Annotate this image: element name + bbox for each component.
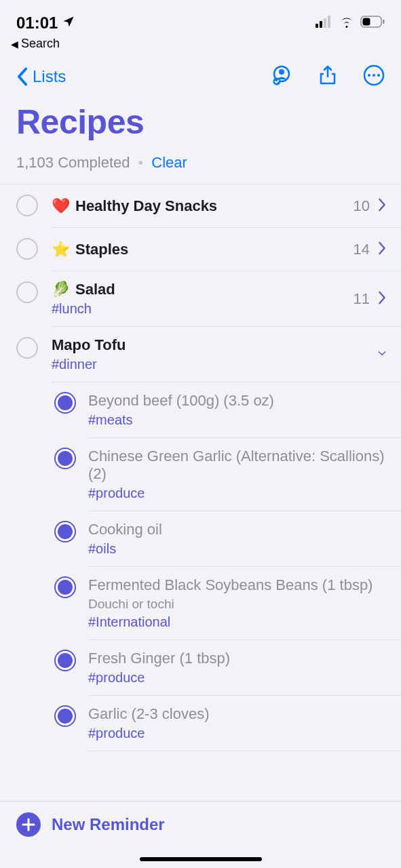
list-subitem[interactable]: Garlic (2-3 cloves) #produce <box>0 696 401 751</box>
wifi-icon <box>339 16 355 31</box>
subitem-title: Garlic (2-3 cloves) <box>88 705 386 723</box>
item-count: 11 <box>354 290 370 308</box>
subitem-note: Douchi or tochi <box>88 597 386 612</box>
breadcrumb[interactable]: ◀ Search <box>0 37 401 55</box>
list-item[interactable]: ⭐ Staples 14 <box>0 228 401 271</box>
status-time: 01:01 <box>16 14 58 33</box>
plus-icon <box>16 812 41 837</box>
svg-rect-1 <box>320 21 322 28</box>
list-subitem[interactable]: Fresh Ginger (1 tbsp) #produce <box>0 640 401 696</box>
checkbox[interactable] <box>16 337 38 359</box>
subitem-title: Chinese Green Garlic (Alternative: Scall… <box>88 448 386 483</box>
breadcrumb-label: Search <box>21 37 60 51</box>
svg-rect-5 <box>363 18 370 26</box>
item-tag[interactable]: #dinner <box>52 357 370 372</box>
clear-button[interactable]: Clear <box>151 154 187 172</box>
list-item-expanded[interactable]: Mapo Tofu #dinner <box>0 327 401 382</box>
chevron-right-icon[interactable] <box>378 291 386 307</box>
assign-icon[interactable] <box>271 64 292 89</box>
item-emoji: ❤️ <box>52 197 70 215</box>
checkbox-checked[interactable] <box>54 576 76 598</box>
subitem-tag[interactable]: #International <box>88 614 386 630</box>
item-title: Healthy Day Snacks <box>75 197 217 215</box>
chevron-right-icon[interactable] <box>378 241 386 258</box>
more-icon[interactable] <box>363 64 385 89</box>
item-count: 10 <box>354 197 370 215</box>
subitem-tag[interactable]: #produce <box>88 486 386 501</box>
battery-icon <box>360 16 385 31</box>
completed-row: 1,103 Completed • Clear <box>0 154 401 184</box>
subitem-tag[interactable]: #oils <box>88 541 386 557</box>
svg-point-9 <box>273 78 281 85</box>
back-button[interactable]: Lists <box>16 67 66 86</box>
location-icon <box>62 14 75 33</box>
list-item[interactable]: 🥬 Salad #lunch 11 <box>0 271 401 327</box>
back-label: Lists <box>33 67 66 86</box>
subitem-title: Fermented Black Soybeans Beans (1 tbsp) <box>88 576 386 594</box>
chevron-down-icon[interactable] <box>378 347 386 363</box>
reminder-list: ❤️ Healthy Day Snacks 10 ⭐ Staples 14 <box>0 184 401 751</box>
item-title: Staples <box>75 241 128 258</box>
completed-count: 1,103 Completed <box>16 154 130 172</box>
subitem-tag[interactable]: #produce <box>88 726 386 741</box>
list-subitem[interactable]: Chinese Green Garlic (Alternative: Scall… <box>0 438 401 511</box>
item-emoji: 🥬 <box>52 281 70 298</box>
checkbox[interactable] <box>16 195 38 216</box>
share-icon[interactable] <box>317 64 339 89</box>
checkbox-checked[interactable] <box>54 392 76 414</box>
subitem-tag[interactable]: #meats <box>88 412 386 428</box>
separator-dot: • <box>138 154 144 172</box>
item-title: Mapo Tofu <box>52 336 126 354</box>
checkbox[interactable] <box>16 281 38 303</box>
item-emoji: ⭐ <box>52 241 70 258</box>
svg-point-13 <box>377 74 380 77</box>
checkbox-checked[interactable] <box>54 448 76 469</box>
chevron-left-icon <box>16 67 28 86</box>
status-bar: 01:01 <box>0 0 401 37</box>
subitem-title: Cooking oil <box>88 521 386 538</box>
subitem-tag[interactable]: #produce <box>88 670 386 686</box>
page-title: Recipes <box>0 96 401 154</box>
svg-rect-3 <box>328 16 330 28</box>
svg-point-11 <box>368 74 370 77</box>
list-subitem[interactable]: Cooking oil #oils <box>0 511 401 567</box>
nav-bar: Lists <box>0 55 401 96</box>
item-title: Salad <box>75 281 115 298</box>
list-subitem[interactable]: Beyond beef (100g) (3.5 oz) #meats <box>0 382 401 438</box>
list-subitem[interactable]: Fermented Black Soybeans Beans (1 tbsp) … <box>0 567 401 640</box>
cellular-icon <box>316 16 333 31</box>
checkbox-checked[interactable] <box>54 521 76 542</box>
checkbox[interactable] <box>16 238 38 260</box>
svg-point-12 <box>373 74 375 77</box>
chevron-right-icon[interactable] <box>378 198 386 214</box>
svg-point-8 <box>279 69 284 75</box>
checkbox-checked[interactable] <box>54 650 76 671</box>
subitem-title: Fresh Ginger (1 tbsp) <box>88 650 386 667</box>
home-indicator[interactable] <box>140 857 262 861</box>
list-item[interactable]: ❤️ Healthy Day Snacks 10 <box>0 184 401 228</box>
item-count: 14 <box>354 241 370 258</box>
subitem-title: Beyond beef (100g) (3.5 oz) <box>88 392 386 410</box>
svg-rect-6 <box>383 20 385 24</box>
checkbox-checked[interactable] <box>54 705 76 727</box>
svg-rect-2 <box>324 18 326 28</box>
back-caret-icon: ◀ <box>11 39 18 50</box>
item-tag[interactable]: #lunch <box>52 301 345 317</box>
new-reminder-label: New Reminder <box>52 815 165 834</box>
svg-rect-0 <box>316 24 318 28</box>
